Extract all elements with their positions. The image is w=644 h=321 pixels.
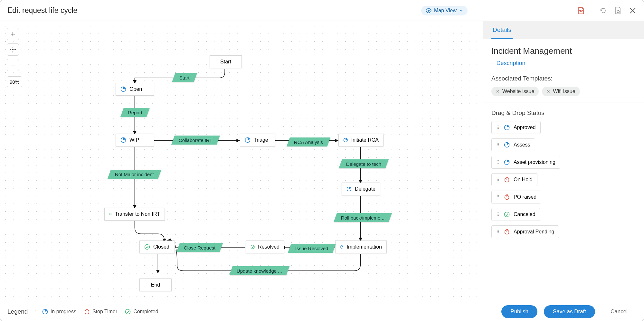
- close-icon[interactable]: [629, 7, 637, 14]
- status-label: Approval Pending: [514, 229, 554, 235]
- status-type-icon: [504, 159, 510, 165]
- grip-icon: ⠿: [496, 213, 500, 215]
- legend-item: Completed: [125, 309, 158, 315]
- dragdrop-heading: Drag & Drop Status: [491, 109, 635, 117]
- status-draggable[interactable]: ⠿Asset provisioning: [491, 156, 560, 169]
- grip-icon: ⠿: [496, 161, 500, 163]
- workflow-canvas[interactable]: 90%: [0, 21, 483, 302]
- pdf-export-icon[interactable]: PDF: [577, 7, 585, 14]
- node-closed[interactable]: Closed: [139, 241, 175, 253]
- edge-label-issue-resolved[interactable]: Issue Resolved: [288, 244, 336, 253]
- legend-item: In progress: [42, 309, 76, 315]
- svg-text:PDF: PDF: [579, 10, 583, 12]
- templates-heading: Associated Templates:: [491, 75, 635, 82]
- svg-point-5: [428, 10, 430, 12]
- node-end[interactable]: End: [139, 279, 172, 291]
- status-type-icon: [504, 194, 510, 200]
- status-type-icon: [504, 177, 510, 183]
- edge-label-rca[interactable]: RCA Analysis: [287, 137, 330, 146]
- node-wip[interactable]: WIP: [116, 134, 154, 146]
- edge-label-report[interactable]: Report: [120, 108, 150, 117]
- status-label: Asset provisioning: [514, 159, 555, 165]
- view-mode-label: Map View: [434, 8, 457, 14]
- status-label: PO raised: [514, 194, 536, 200]
- status-type-icon: [504, 229, 510, 235]
- status-type-icon: [504, 125, 510, 130]
- publish-button[interactable]: Publish: [501, 305, 537, 318]
- zoom-in-button[interactable]: [7, 28, 19, 40]
- status-type-icon: [504, 142, 510, 148]
- tab-details[interactable]: Details: [491, 22, 513, 39]
- chevron-down-icon: [459, 9, 463, 13]
- status-draggable[interactable]: ⠿On Hold: [491, 173, 537, 186]
- status-draggable[interactable]: ⠿Assess: [491, 138, 535, 151]
- view-mode-dropdown[interactable]: Map View: [421, 6, 468, 15]
- status-label: Approved: [514, 125, 536, 130]
- status-label: On Hold: [514, 177, 533, 183]
- cancel-button[interactable]: Cancel: [601, 305, 637, 318]
- legend-icon: [125, 309, 131, 315]
- grip-icon: ⠿: [496, 144, 500, 146]
- zoom-center-button[interactable]: [7, 43, 19, 56]
- node-open[interactable]: Open: [116, 83, 154, 96]
- save-draft-button[interactable]: Save as Draft: [544, 305, 595, 318]
- remove-chip-icon[interactable]: ✕: [496, 89, 500, 94]
- status-label: Canceled: [514, 212, 535, 217]
- legend-icon: [84, 309, 90, 315]
- zoom-out-button[interactable]: [7, 59, 19, 71]
- node-transfer[interactable]: Transfer to Non IRT: [104, 208, 165, 221]
- document-search-icon[interactable]: [614, 7, 622, 14]
- node-triage[interactable]: Triage: [240, 134, 275, 146]
- grip-icon: ⠿: [496, 127, 500, 128]
- edge-label-update-kb[interactable]: Update knowledge ...: [229, 266, 289, 275]
- status-draggable[interactable]: ⠿Approved: [491, 121, 541, 134]
- legend-sep: :: [34, 309, 35, 315]
- node-start[interactable]: Start: [210, 55, 242, 68]
- legend-label: Legend: [7, 308, 28, 315]
- edge-label-collaborate[interactable]: Collaborate IRT: [171, 136, 220, 145]
- status-label: Assess: [514, 142, 530, 148]
- svg-point-13: [12, 49, 14, 50]
- svg-point-7: [617, 10, 620, 13]
- node-delegate[interactable]: Delegate: [342, 183, 380, 195]
- eye-icon: [426, 8, 431, 14]
- template-chip[interactable]: ✕Wifi Issue: [542, 87, 580, 96]
- status-type-icon: [504, 212, 510, 217]
- node-resolved[interactable]: Resolved: [246, 241, 284, 253]
- status-draggable[interactable]: ⠿PO raised: [491, 191, 541, 203]
- status-draggable[interactable]: ⠿Approval Pending: [491, 225, 559, 238]
- edge-label-not-major[interactable]: Not Major incident: [108, 170, 161, 179]
- edge-label-delegate-tech[interactable]: Delegate to tech: [339, 159, 389, 168]
- refresh-icon[interactable]: [599, 7, 607, 14]
- grip-icon: ⠿: [496, 196, 500, 198]
- edge-label-close-request[interactable]: Close Request: [176, 243, 223, 252]
- legend-icon: [42, 309, 48, 315]
- edge-label-rollback[interactable]: Roll back/impleme...: [334, 213, 392, 222]
- page-title: Edit request life cycle: [7, 6, 77, 15]
- legend-item: Stop Timer: [84, 309, 117, 315]
- zoom-level: 90%: [7, 76, 22, 87]
- grip-icon: ⠿: [496, 179, 500, 181]
- add-description-link[interactable]: + Description: [491, 60, 526, 67]
- details-panel: Details Incident Management + Descriptio…: [483, 21, 644, 302]
- edge-label-start[interactable]: Start: [172, 73, 197, 82]
- node-initiate-rca[interactable]: Initiate RCA: [338, 134, 384, 146]
- remove-chip-icon[interactable]: ✕: [546, 89, 550, 94]
- node-implementation[interactable]: Implementation: [335, 241, 387, 253]
- workflow-title: Incident Management: [491, 46, 635, 56]
- status-draggable[interactable]: ⠿Canceled: [491, 208, 540, 221]
- grip-icon: ⠿: [496, 231, 500, 233]
- template-chip[interactable]: ✕Website issue: [491, 87, 539, 96]
